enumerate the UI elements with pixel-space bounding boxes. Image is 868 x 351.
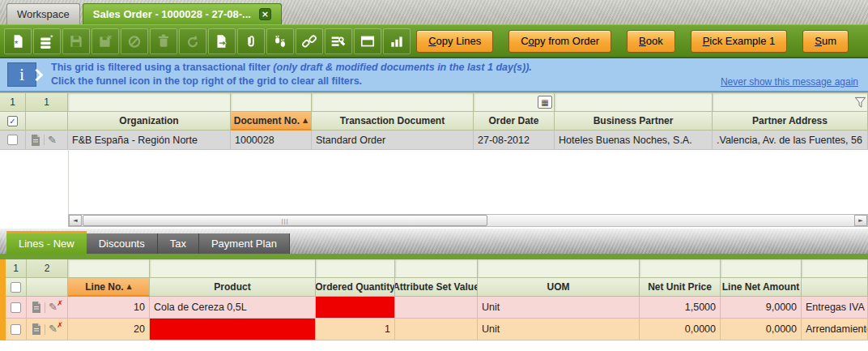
delete-record-icon[interactable] xyxy=(150,28,177,54)
chart-icon[interactable] xyxy=(383,28,411,54)
tab-discounts[interactable]: Discounts xyxy=(87,233,158,254)
clear-filters-funnel-icon[interactable] xyxy=(854,96,866,109)
close-tab-icon[interactable]: × xyxy=(259,8,271,20)
column-header-partner-address[interactable]: Partner Address xyxy=(713,112,868,131)
cell-line-net-amount[interactable]: 9,0000 xyxy=(721,297,802,319)
column-header-line-net-amount[interactable]: Line Net Amount xyxy=(721,278,802,297)
undo-changes-icon[interactable] xyxy=(121,28,148,54)
cell-line-net-amount[interactable]: 0,0000 xyxy=(721,319,802,340)
cell-uom[interactable]: Unit xyxy=(478,297,640,319)
column-header-organization[interactable]: Organization xyxy=(68,112,231,131)
select-all-lines-checkbox[interactable] xyxy=(11,282,21,293)
linked-items-icon[interactable] xyxy=(296,28,323,54)
row-checkbox[interactable] xyxy=(7,135,18,145)
select-all-checkbox[interactable]: ✓ xyxy=(7,116,18,126)
save-close-icon[interactable]: × xyxy=(91,28,119,54)
cell-document-no[interactable]: 1000028 xyxy=(231,131,312,150)
tab-tax[interactable]: Tax xyxy=(158,233,199,254)
cell-attribute-set-value[interactable] xyxy=(395,297,478,319)
column-header-line-no[interactable]: Line No.▲ xyxy=(68,278,150,297)
new-row-grid-icon[interactable]: * xyxy=(33,28,61,54)
horizontal-scrollbar[interactable]: ◄ ||| ► xyxy=(68,214,868,227)
sort-asc-icon: ▲ xyxy=(303,117,308,124)
edit-pencil-error-icon[interactable]: ✎✗ xyxy=(49,324,57,334)
never-show-again-link[interactable]: Never show this message again xyxy=(721,76,858,88)
book-button[interactable]: Book xyxy=(627,30,675,53)
attachment-icon[interactable] xyxy=(237,28,265,54)
sum-button[interactable]: Sum xyxy=(802,30,849,53)
filter-line-net-amount[interactable] xyxy=(721,259,802,278)
column-header-business-partner[interactable]: Business Partner xyxy=(555,112,713,131)
cell-partner-address[interactable]: .Valencia, Av. de las Fuentes, 56 xyxy=(713,131,868,150)
refresh-icon[interactable] xyxy=(179,28,206,54)
filter-business-partner[interactable] xyxy=(555,93,713,112)
row-checkbox[interactable] xyxy=(11,302,21,313)
tab-lines-new[interactable]: Lines - New xyxy=(6,231,87,254)
filter-net-unit-price[interactable] xyxy=(640,259,721,278)
line-row[interactable]: ✎✗ 20 1 Unit 0,0000 0,0000 Arrendamiento xyxy=(6,319,868,340)
cell-attribute-set-value[interactable] xyxy=(395,319,478,340)
filter-document-no[interactable] xyxy=(231,93,312,112)
filter-partner-address[interactable] xyxy=(713,93,868,112)
column-header-document-no[interactable]: Document No.▲ xyxy=(231,112,312,131)
cell-business-partner[interactable]: Hoteles Buenas Noches, S.A. xyxy=(555,131,713,150)
column-header-net-unit-price[interactable]: Net Unit Price xyxy=(640,278,721,297)
column-header-tax[interactable] xyxy=(802,278,868,297)
document-icon[interactable] xyxy=(32,323,41,335)
tab-payment-plan[interactable]: Payment Plan xyxy=(199,233,290,254)
filter-ordered-quantity[interactable] xyxy=(316,259,395,278)
filter-uom[interactable] xyxy=(478,259,640,278)
cell-uom[interactable]: Unit xyxy=(478,319,640,340)
copy-from-order-button[interactable]: Copy from Order xyxy=(508,30,611,53)
column-header-uom[interactable]: UOM xyxy=(478,278,640,297)
filter-product[interactable] xyxy=(150,259,316,278)
scroll-left-icon[interactable]: ◄ xyxy=(69,215,82,226)
edit-pencil-error-icon[interactable]: ✎✗ xyxy=(49,302,57,312)
order-row[interactable]: ✎ F&B España - Región Norte 1000028 Stan… xyxy=(0,131,868,150)
tab-sales-order[interactable]: Sales Order - 1000028 - 27-08-... × xyxy=(83,3,282,24)
pick-example-button[interactable]: Pick Example 1 xyxy=(691,30,788,53)
cell-tax[interactable]: Entregas IVA 1 xyxy=(802,297,868,319)
cell-product[interactable]: Cola de Cereza 0,5L xyxy=(150,297,316,319)
cell-net-unit-price[interactable]: 0,0000 xyxy=(640,319,721,340)
grid-configuration-icon[interactable] xyxy=(325,28,352,54)
filter-transaction-document[interactable] xyxy=(312,93,474,112)
icon-separator xyxy=(44,135,45,145)
cell-line-no[interactable]: 20 xyxy=(68,319,150,340)
cell-net-unit-price[interactable]: 1,5000 xyxy=(640,297,721,319)
filter-organization[interactable] xyxy=(68,93,231,112)
cell-organization[interactable]: F&B España - Región Norte xyxy=(68,131,231,150)
tab-underline-bar xyxy=(0,254,868,259)
cell-ordered-quantity-missing[interactable] xyxy=(316,297,395,319)
export-icon[interactable] xyxy=(208,28,236,54)
save-icon[interactable] xyxy=(62,28,90,54)
column-header-attribute-set-value[interactable]: Attribute Set Value xyxy=(395,278,478,297)
line-row[interactable]: ✎✗ 10 Cola de Cereza 0,5L Unit 1,5000 9,… xyxy=(6,297,868,319)
cell-transaction-document[interactable]: Standard Order xyxy=(312,131,474,150)
cell-line-no[interactable]: 10 xyxy=(68,297,150,319)
cell-product-missing[interactable] xyxy=(150,319,316,340)
column-header-order-date[interactable]: Order Date xyxy=(474,112,555,131)
cell-tax[interactable]: Arrendamiento xyxy=(802,319,868,340)
scroll-right-icon[interactable]: ► xyxy=(854,215,867,226)
document-icon[interactable] xyxy=(31,135,40,146)
filter-tax[interactable] xyxy=(802,259,868,278)
edit-pencil-icon[interactable]: ✎ xyxy=(48,135,57,145)
row-checkbox[interactable] xyxy=(11,324,21,335)
audit-trail-icon[interactable] xyxy=(266,28,294,54)
cell-order-date[interactable]: 27-08-2012 xyxy=(474,131,555,150)
filter-order-date[interactable]: ▦ xyxy=(474,93,555,112)
filter-line-no[interactable] xyxy=(68,259,150,278)
cell-ordered-quantity[interactable]: 1 xyxy=(316,319,395,340)
scrollbar-thumb[interactable]: ||| xyxy=(83,215,487,226)
window-layout-icon[interactable] xyxy=(354,28,381,54)
column-header-transaction-document[interactable]: Transaction Document xyxy=(312,112,474,131)
document-icon[interactable] xyxy=(32,302,41,313)
column-header-product[interactable]: Product xyxy=(150,278,316,297)
new-record-icon[interactable]: * xyxy=(4,28,32,54)
filter-attribute-set-value[interactable] xyxy=(395,259,478,278)
column-header-ordered-quantity[interactable]: Ordered Quantity xyxy=(316,278,395,297)
copy-lines-button[interactable]: Copy Lines xyxy=(416,30,493,53)
tab-workspace[interactable]: Workspace xyxy=(6,3,80,24)
calendar-icon[interactable]: ▦ xyxy=(538,96,552,109)
